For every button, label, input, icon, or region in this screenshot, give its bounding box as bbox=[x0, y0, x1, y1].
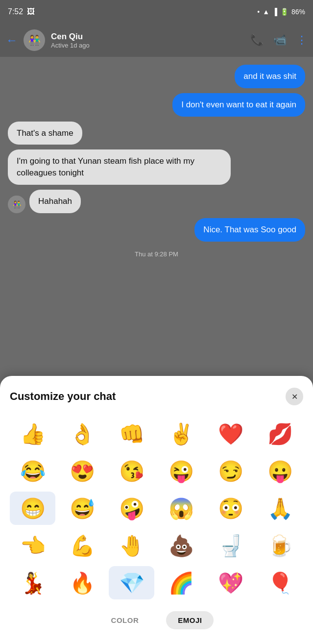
emoji-heart[interactable]: ❤️ bbox=[208, 417, 254, 450]
emoji-eyes[interactable]: 😳 bbox=[208, 492, 254, 525]
message-2: I don't even want to eat it again bbox=[172, 93, 305, 117]
status-bar: 7:52 🖼 • ▲ ▐ 🔋 86% bbox=[0, 0, 313, 24]
emoji-dancer[interactable]: 💃 bbox=[10, 566, 55, 599]
emoji-sweat[interactable]: 😅 bbox=[59, 492, 105, 525]
battery-percent: 86% bbox=[291, 8, 305, 16]
battery-icon: 🔋 bbox=[280, 8, 289, 16]
customize-sheet: Customize your chat ✕ 👍 👌 👊 ✌️ ❤️ 💋 😂 😍 … bbox=[0, 376, 313, 644]
emoji-grid: 👍 👌 👊 ✌️ ❤️ 💋 😂 😍 😘 😜 😏 😛 😁 😅 🤪 😱 😳 🙏 👈 … bbox=[10, 417, 303, 599]
message-1: and it was shit bbox=[235, 65, 305, 88]
emoji-muscle[interactable]: 💪 bbox=[59, 529, 105, 562]
emoji-toilet[interactable]: 🚽 bbox=[208, 529, 254, 562]
chat-area: and it was shit I don't even want to eat… bbox=[0, 57, 313, 270]
photo-icon: 🖼 bbox=[27, 7, 35, 16]
color-tab-button[interactable]: COLOR bbox=[99, 611, 151, 629]
emoji-kiss[interactable]: 😘 bbox=[109, 454, 154, 488]
emoji-tab-button[interactable]: EMOJI bbox=[166, 611, 214, 629]
emoji-crazy[interactable]: 🤪 bbox=[109, 492, 154, 525]
emoji-lips[interactable]: 💋 bbox=[258, 417, 303, 450]
message-row-5: 👫 Hahahah bbox=[8, 190, 305, 213]
status-left: 7:52 🖼 bbox=[8, 7, 35, 16]
received-avatar: 👫 bbox=[8, 196, 25, 213]
contact-status: Active 1d ago bbox=[51, 42, 244, 49]
emoji-pray[interactable]: 🙏 bbox=[258, 492, 303, 525]
contact-info: Cen Qiu Active 1d ago bbox=[51, 32, 244, 49]
contact-name: Cen Qiu bbox=[51, 32, 244, 42]
back-button[interactable]: ← bbox=[6, 33, 18, 47]
message-3: That's a shame bbox=[8, 122, 82, 145]
close-sheet-button[interactable]: ✕ bbox=[286, 388, 303, 405]
sheet-tabs: COLOR EMOJI bbox=[10, 611, 303, 629]
emoji-sparkheart[interactable]: 💖 bbox=[208, 566, 254, 599]
sheet-header: Customize your chat ✕ bbox=[10, 388, 303, 405]
video-button[interactable]: 📹 bbox=[273, 34, 287, 47]
emoji-thumbsup[interactable]: 👍 bbox=[10, 417, 55, 450]
emoji-ok[interactable]: 👌 bbox=[59, 417, 105, 450]
time: 7:52 bbox=[8, 7, 23, 16]
message-6: Nice. That was Soo good bbox=[194, 218, 305, 242]
signal-icon: ▐ bbox=[272, 8, 277, 16]
emoji-laugh[interactable]: 😂 bbox=[10, 454, 55, 488]
emoji-peace[interactable]: ✌️ bbox=[158, 417, 204, 450]
emoji-grin[interactable]: 😁 bbox=[10, 492, 55, 525]
message-4: I'm going to that Yunan steam fish place… bbox=[8, 149, 231, 185]
timestamp: Thu at 9:28 PM bbox=[8, 250, 305, 258]
emoji-diamond[interactable]: 💎 bbox=[109, 566, 154, 599]
contact-avatar[interactable]: 👫 bbox=[24, 29, 45, 51]
emoji-shock[interactable]: 😱 bbox=[158, 492, 204, 525]
more-button[interactable]: ⋮ bbox=[296, 34, 307, 47]
emoji-fist[interactable]: 👊 bbox=[109, 417, 154, 450]
emoji-balloon[interactable]: 🎈 bbox=[258, 566, 303, 599]
wifi-icon: ▲ bbox=[263, 8, 269, 16]
header-actions: 📞 📹 ⋮ bbox=[250, 34, 307, 47]
dot: • bbox=[257, 8, 260, 16]
sheet-title: Customize your chat bbox=[10, 390, 116, 403]
status-right: • ▲ ▐ 🔋 86% bbox=[257, 8, 305, 16]
emoji-lick[interactable]: 😛 bbox=[258, 454, 303, 488]
emoji-fire[interactable]: 🔥 bbox=[59, 566, 105, 599]
message-5: Hahahah bbox=[29, 190, 81, 213]
emoji-point[interactable]: 👈 bbox=[10, 529, 55, 562]
emoji-wave[interactable]: 🤚 bbox=[109, 529, 154, 562]
emoji-hearteyes[interactable]: 😍 bbox=[59, 454, 105, 488]
emoji-smirk[interactable]: 😏 bbox=[208, 454, 254, 488]
chat-header: ← 👫 Cen Qiu Active 1d ago 📞 📹 ⋮ bbox=[0, 24, 313, 57]
emoji-poop[interactable]: 💩 bbox=[158, 529, 204, 562]
emoji-tongue[interactable]: 😜 bbox=[158, 454, 204, 488]
phone-button[interactable]: 📞 bbox=[250, 34, 264, 47]
emoji-beer[interactable]: 🍺 bbox=[258, 529, 303, 562]
emoji-rainbow[interactable]: 🌈 bbox=[158, 566, 204, 599]
